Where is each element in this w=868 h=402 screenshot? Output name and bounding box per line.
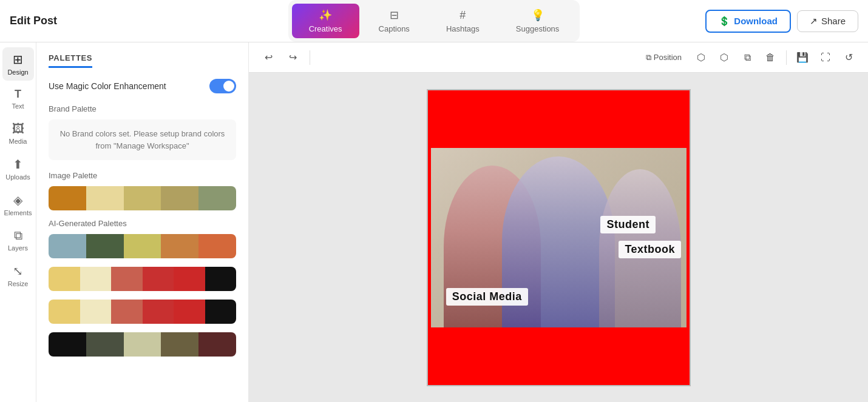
top-bar-left: Edit Post [10, 15, 180, 27]
duplicate-button[interactable]: ⧉ [737, 48, 757, 67]
main-layout: ⊞ Design T Text 🖼 Media ⬆ Uploads ◈ Elem… [0, 42, 868, 402]
canvas-toolbar: ↩ ↪ ⧉ Position ⬡ ⬡ ⧉ 🗑 💾 ⛶ ↺ [249, 42, 868, 73]
sidebar-item-media-label: Media [9, 138, 27, 145]
tab-hashtags-label: Hashtags [446, 24, 480, 33]
tab-captions[interactable]: ⊟ Captions [362, 4, 427, 38]
canvas-right-panel: ↩ ↪ ⧉ Position ⬡ ⬡ ⧉ 🗑 💾 ⛶ ↺ [249, 42, 868, 402]
meme-image-area: Student Textbook Social Media [431, 148, 687, 327]
swatch-ai3-4[interactable] [198, 332, 236, 357]
uploads-icon: ⬆ [13, 157, 23, 172]
sidebar-item-elements[interactable]: ◈ Elements [2, 188, 34, 221]
palettes-title: PALETTES [49, 53, 92, 68]
sidebar-item-uploads[interactable]: ⬆ Uploads [2, 152, 34, 186]
swatch-ai3-0[interactable] [49, 332, 86, 357]
swatch-ai0-0[interactable] [49, 234, 86, 258]
canvas-area: Student Textbook Social Media [249, 73, 868, 402]
swatch-ai3-1[interactable] [86, 332, 124, 357]
fullscreen-button[interactable]: ⛶ [816, 48, 835, 67]
design-icon: ⊞ [13, 52, 23, 67]
resize-icon: ⤡ [13, 264, 23, 278]
meme-background: Student Textbook Social Media [431, 148, 687, 327]
swatch-ai2-3[interactable] [143, 300, 174, 324]
position-button[interactable]: ⧉ Position [640, 50, 688, 65]
ai-palette-row-0[interactable] [49, 234, 236, 258]
sidebar-icons: ⊞ Design T Text 🖼 Media ⬆ Uploads ◈ Elem… [0, 42, 36, 402]
swatch-ai1-4[interactable] [174, 267, 205, 291]
tab-hashtags[interactable]: # Hashtags [429, 4, 497, 38]
top-bar-center: ✨ Creatives ⊟ Captions # Hashtags 💡 Sugg… [180, 0, 688, 42]
tab-suggestions-label: Suggestions [516, 24, 560, 33]
creatives-icon: ✨ [319, 8, 332, 22]
swatch-img-2[interactable] [124, 186, 161, 210]
media-icon: 🖼 [12, 122, 24, 136]
swatch-ai2-4[interactable] [174, 300, 205, 324]
save-button[interactable]: 💾 [793, 48, 812, 67]
sidebar-item-elements-label: Elements [4, 209, 32, 216]
swatch-img-4[interactable] [198, 186, 236, 210]
swatch-ai2-1[interactable] [80, 300, 112, 324]
top-bar: Edit Post ✨ Creatives ⊟ Captions # Hasht… [0, 0, 868, 42]
swatch-ai3-3[interactable] [161, 332, 198, 357]
left-panel: PALETTES Use Magic Color Enhancement Bra… [36, 42, 249, 402]
move-up-button[interactable]: ⬡ [691, 48, 711, 67]
reset-button[interactable]: ↺ [839, 48, 858, 67]
share-button[interactable]: ↗ Share [797, 10, 858, 32]
undo-button[interactable]: ↩ [259, 48, 278, 67]
image-palette-row[interactable] [49, 186, 236, 210]
tab-creatives[interactable]: ✨ Creatives [292, 4, 359, 38]
swatch-img-1[interactable] [86, 186, 124, 210]
swatch-ai0-3[interactable] [161, 234, 198, 258]
swatch-ai1-2[interactable] [111, 267, 143, 291]
swatch-img-0[interactable] [49, 186, 86, 210]
sidebar-item-design[interactable]: ⊞ Design [2, 47, 34, 81]
swatch-ai3-2[interactable] [124, 332, 161, 357]
layers-toolbar-icon: ⧉ [646, 53, 651, 62]
toolbar-right: ⧉ Position ⬡ ⬡ ⧉ 🗑 💾 ⛶ ↺ [640, 48, 858, 67]
swatch-ai2-0[interactable] [49, 300, 80, 324]
brand-palette-empty: No Brand colors set. Please setup brand … [49, 119, 236, 160]
swatch-ai0-4[interactable] [198, 234, 236, 258]
download-label: Download [734, 16, 778, 26]
captions-icon: ⊟ [390, 8, 399, 22]
toolbar-separator-2 [786, 50, 787, 65]
swatch-ai1-3[interactable] [143, 267, 174, 291]
social-media-label[interactable]: Social Media [446, 288, 528, 306]
top-bar-right: 💲 Download ↗ Share [688, 10, 858, 33]
image-palette-title: Image Palette [49, 171, 236, 180]
swatch-ai2-5[interactable] [205, 300, 237, 324]
tab-creatives-label: Creatives [309, 24, 342, 33]
sidebar-item-media[interactable]: 🖼 Media [2, 117, 34, 150]
download-button[interactable]: 💲 Download [705, 10, 791, 33]
magic-color-toggle[interactable] [209, 79, 236, 93]
sidebar-item-layers[interactable]: ⧉ Layers [2, 224, 34, 256]
swatch-ai0-1[interactable] [86, 234, 124, 258]
sidebar-item-text-label: Text [12, 102, 24, 110]
edit-post-title: Edit Post [10, 15, 57, 27]
ai-palettes-title: AI-Generated Palettes [49, 219, 236, 228]
delete-button[interactable]: 🗑 [761, 48, 780, 67]
hashtags-icon: # [459, 9, 466, 22]
student-label[interactable]: Student [600, 216, 656, 233]
sidebar-item-layers-label: Layers [8, 244, 28, 252]
tab-captions-label: Captions [379, 24, 410, 33]
tab-suggestions[interactable]: 💡 Suggestions [499, 4, 577, 38]
swatch-ai1-1[interactable] [80, 267, 112, 291]
canvas-frame[interactable]: Student Textbook Social Media [427, 89, 691, 386]
swatch-ai0-2[interactable] [124, 234, 161, 258]
position-label: Position [654, 53, 682, 62]
textbook-label[interactable]: Textbook [619, 241, 681, 258]
brand-palette-title: Brand Palette [49, 104, 236, 113]
redo-button[interactable]: ↪ [283, 48, 302, 67]
ai-palette-row-1[interactable] [49, 267, 236, 291]
swatch-ai2-2[interactable] [111, 300, 143, 324]
sidebar-item-resize[interactable]: ⤡ Resize [2, 259, 34, 292]
swatch-img-3[interactable] [161, 186, 198, 210]
magic-color-row: Use Magic Color Enhancement [49, 79, 236, 93]
share-icon: ↗ [810, 16, 818, 27]
ai-palette-row-2[interactable] [49, 300, 236, 324]
ai-palette-row-3[interactable] [49, 332, 236, 357]
sidebar-item-text[interactable]: T Text [2, 83, 34, 115]
swatch-ai1-0[interactable] [49, 267, 80, 291]
move-down-button[interactable]: ⬡ [714, 48, 734, 67]
swatch-ai1-5[interactable] [205, 267, 237, 291]
